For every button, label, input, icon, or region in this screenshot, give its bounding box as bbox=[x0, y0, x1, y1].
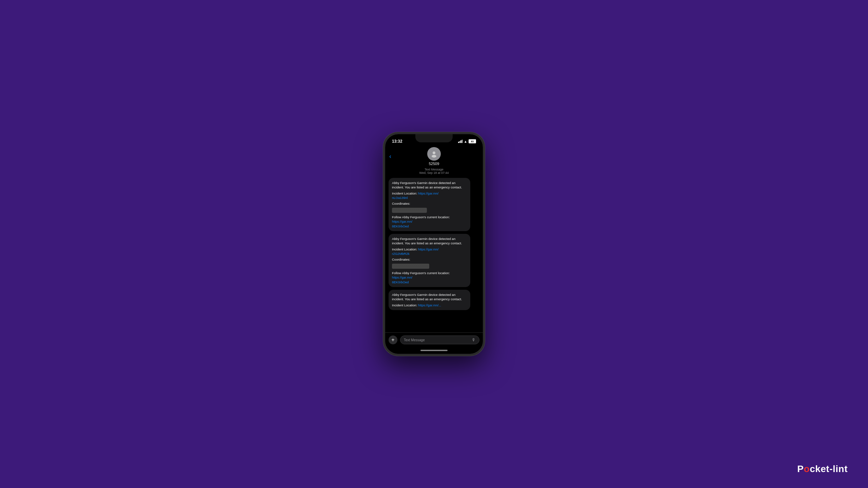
msg3-text: Abby Ferguson's Garmin device detected a… bbox=[392, 292, 467, 302]
coords-redacted-2: XXXXXXXXXXXXXXXXX bbox=[392, 264, 429, 269]
message-bubble-1: Abby Ferguson's Garmin device detected a… bbox=[389, 178, 470, 231]
home-indicator-bar bbox=[420, 350, 448, 351]
msg2-incident: Incident Location: https://gar.mn/rZG2Mb… bbox=[392, 247, 467, 256]
msg1-link1[interactable]: https://gar.mn/nLOa139nl bbox=[392, 191, 438, 200]
phone-notch bbox=[415, 134, 453, 142]
input-bar: + Text Message 🎙 bbox=[385, 332, 483, 347]
home-indicator bbox=[385, 347, 483, 354]
mic-icon[interactable]: 🎙 bbox=[472, 338, 476, 342]
avatar bbox=[427, 147, 441, 161]
contact-number: 52509 bbox=[429, 162, 439, 166]
coords-redacted-1: XXXXXXXXXXXXXXX3 bbox=[392, 208, 427, 213]
nav-bar: ‹ 52509 bbox=[385, 145, 483, 168]
msg2-coords: XXXXXXXXXXXXXXXXX bbox=[392, 263, 467, 269]
msg2-link2[interactable]: https://gar.mn/8EK0rbOed bbox=[392, 276, 412, 284]
signal-icon bbox=[458, 140, 462, 143]
phone-screen: 13:32 ▲ 83 ‹ 52509 bbox=[385, 134, 483, 354]
message-type-label: Text Message Wed, Sep 18 at 07:44 bbox=[385, 168, 483, 175]
input-placeholder: Text Message bbox=[404, 338, 425, 342]
msg1-coords: XXXXXXXXXXXXXXX3 bbox=[392, 207, 467, 214]
msg3-link1[interactable]: https://gar.mn/... bbox=[418, 303, 441, 307]
pocketlint-logo: Pocket-lint bbox=[797, 464, 848, 474]
msg2-text: Abby Ferguson's Garmin device detected a… bbox=[392, 237, 467, 246]
svg-point-0 bbox=[433, 151, 435, 154]
message-bubble-3: Abby Ferguson's Garmin device detected a… bbox=[389, 290, 470, 310]
text-message-input[interactable]: Text Message 🎙 bbox=[400, 336, 479, 344]
phone-device: 13:32 ▲ 83 ‹ 52509 bbox=[383, 132, 485, 356]
msg2-link1[interactable]: https://gar.mn/rZG2MbR2k bbox=[392, 247, 438, 256]
battery-icon: 83 bbox=[469, 139, 476, 143]
msg2-follow: Follow Abby Ferguson's current location:… bbox=[392, 271, 467, 284]
msg1-incident: Incident Location: https://gar.mn/nLOa13… bbox=[392, 191, 467, 200]
status-icons: ▲ 83 bbox=[458, 139, 476, 143]
back-button[interactable]: ‹ bbox=[389, 153, 391, 160]
pocketlint-accent: o bbox=[804, 464, 810, 474]
msg1-link2[interactable]: https://gar.mn/8EK0rbOed bbox=[392, 220, 412, 228]
status-time: 13:32 bbox=[392, 139, 402, 144]
svg-point-1 bbox=[432, 155, 436, 158]
message-bubble-2: Abby Ferguson's Garmin device detected a… bbox=[389, 234, 470, 287]
msg2-coords-label: Coordinates: bbox=[392, 257, 467, 262]
contact-info: 52509 bbox=[427, 147, 441, 166]
add-button[interactable]: + bbox=[389, 336, 397, 344]
message-area: Abby Ferguson's Garmin device detected a… bbox=[385, 175, 483, 332]
msg1-follow: Follow Abby Ferguson's current location:… bbox=[392, 215, 467, 228]
msg1-text: Abby Ferguson's Garmin device detected a… bbox=[392, 181, 467, 190]
msg1-coords-label: Coordinates: bbox=[392, 201, 467, 206]
msg3-incident: Incident Location: https://gar.mn/... bbox=[392, 303, 467, 307]
wifi-icon: ▲ bbox=[464, 140, 467, 143]
